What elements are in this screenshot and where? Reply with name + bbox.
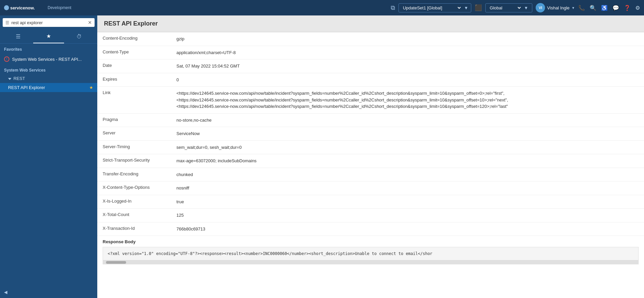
header-key: Date xyxy=(97,59,171,73)
table-row: Expires0 xyxy=(97,73,644,87)
logo[interactable]: servicenow. Development xyxy=(4,3,71,12)
header-key: Expires xyxy=(97,73,171,87)
header-key: X-Content-Type-Options xyxy=(97,181,171,195)
table-row: X-Transaction-Id766b80c69713 xyxy=(97,222,644,236)
sidebar-search-icon: ☰ xyxy=(5,20,9,25)
table-row: Server-Timingsem_wait;dur=0, sesh_wait;d… xyxy=(97,140,644,154)
monitor-icon[interactable]: ⬛ xyxy=(475,4,482,11)
sidebar-item-rest-api-explorer[interactable]: REST API Explorer ★ xyxy=(0,83,97,92)
user-name: Vishal Ingle xyxy=(547,5,570,10)
updateset-select[interactable]: UpdateSet1 [Global] xyxy=(401,5,462,11)
back-arrow-icon: ◀ xyxy=(4,290,7,295)
response-headers-table: Content-EncodinggzipContent-Typeapplicat… xyxy=(97,32,644,236)
sidebar-tabs: ☰ ★ ⏱ xyxy=(0,30,97,44)
table-row: Strict-Transport-Securitymax-age=6307200… xyxy=(97,154,644,168)
scrollbar-thumb[interactable] xyxy=(106,261,126,264)
clock-icon: ⏱ xyxy=(76,34,82,40)
header-value: gzip xyxy=(171,32,644,46)
response-body-code[interactable]: <?xml version="1.0" encoding="UTF-8"?><r… xyxy=(103,247,639,260)
header-value: 0 xyxy=(171,73,644,87)
content-area: REST API Explorer Content-EncodinggzipCo… xyxy=(97,15,644,298)
header-key: Link xyxy=(97,87,171,114)
system-web-services-label: System Web Services xyxy=(0,65,97,74)
table-row: Link<https://dev124645.service-now.com/a… xyxy=(97,87,644,114)
table-row: Pragmano-store,no-cache xyxy=(97,113,644,127)
table-row: Content-Encodinggzip xyxy=(97,32,644,46)
user-chevron-icon: ▼ xyxy=(572,6,575,10)
favorites-label: Favorites xyxy=(0,44,97,54)
table-row: X-Content-Type-Optionsnosniff xyxy=(97,181,644,195)
star-icon: ★ xyxy=(46,33,51,39)
response-body-section: Response Body <?xml version="1.0" encodi… xyxy=(97,236,644,268)
header-key: Content-Encoding xyxy=(97,32,171,46)
error-icon: ! xyxy=(4,56,9,62)
header-value: true xyxy=(171,195,644,209)
sidebar-item-favorites-rest[interactable]: ! System Web Services - REST API... xyxy=(0,54,97,65)
top-navigation: servicenow. Development ⧉ UpdateSet1 [Gl… xyxy=(0,0,644,15)
tab-favorites[interactable]: ★ xyxy=(33,30,64,43)
main-layout: ☰ ✕ ☰ ★ ⏱ Favorites ! System Web Service… xyxy=(0,15,644,298)
chat-icon[interactable]: 💬 xyxy=(612,5,619,11)
help-icon[interactable]: ❓ xyxy=(624,5,631,11)
favorite-star-icon[interactable]: ★ xyxy=(89,85,93,90)
table-row: X-Is-Logged-Intrue xyxy=(97,195,644,209)
tab-history[interactable]: ⏱ xyxy=(64,30,95,43)
header-value: Sat, 07 May 2022 15:04:52 GMT xyxy=(171,59,644,73)
page-title: REST API Explorer xyxy=(97,15,644,32)
table-row: Content-Typeapplication/xml;charset=UTF-… xyxy=(97,46,644,59)
header-value: no-store,no-cache xyxy=(171,113,644,127)
sidebar: ☰ ✕ ☰ ★ ⏱ Favorites ! System Web Service… xyxy=(0,15,97,298)
header-value: <https://dev124645.service-now.com/api/n… xyxy=(171,87,644,114)
table-row: ServerServiceNow xyxy=(97,127,644,141)
scope-chevron-icon: ▼ xyxy=(524,5,528,10)
horizontal-scrollbar[interactable] xyxy=(103,260,639,264)
header-value: max-age=63072000; includeSubDomains xyxy=(171,154,644,168)
updateset-dropdown[interactable]: UpdateSet1 [Global] ▼ xyxy=(398,3,471,12)
search-input[interactable] xyxy=(11,20,86,25)
response-body-text: <?xml version="1.0" encoding="UTF-8"?><r… xyxy=(108,251,432,256)
rest-label: REST xyxy=(13,76,25,81)
tab-list[interactable]: ☰ xyxy=(3,30,33,43)
header-value: 766b80c69713 xyxy=(171,222,644,236)
accessibility-icon[interactable]: ♿ xyxy=(601,5,608,11)
response-body-label: Response Body xyxy=(103,239,639,244)
sidebar-back-button[interactable]: ◀ xyxy=(0,286,97,298)
phone-icon[interactable]: 📞 xyxy=(578,5,585,11)
header-value: nosniff xyxy=(171,181,644,195)
settings-icon[interactable]: ⚙ xyxy=(635,5,640,11)
header-key: Content-Type xyxy=(97,46,171,59)
header-key: X-Transaction-Id xyxy=(97,222,171,236)
dev-label: Development xyxy=(48,5,71,10)
table-row: Transfer-Encodingchunked xyxy=(97,168,644,181)
content-body[interactable]: Content-EncodinggzipContent-Typeapplicat… xyxy=(97,32,644,298)
header-value: sem_wait;dur=0, sesh_wait;dur=0 xyxy=(171,140,644,154)
header-value: chunked xyxy=(171,168,644,181)
avatar: VI xyxy=(536,3,545,12)
header-key: X-Is-Logged-In xyxy=(97,195,171,209)
header-value: application/xml;charset=UTF-8 xyxy=(171,46,644,59)
header-key: Server-Timing xyxy=(97,140,171,154)
svg-point-0 xyxy=(4,5,9,10)
svg-text:servicenow.: servicenow. xyxy=(10,5,35,10)
close-icon[interactable]: ✕ xyxy=(88,20,92,25)
user-menu[interactable]: VI Vishal Ingle ▼ xyxy=(536,3,575,12)
scope-select[interactable]: Global xyxy=(488,5,522,11)
header-value: ServiceNow xyxy=(171,127,644,141)
sidebar-item-rest[interactable]: REST xyxy=(0,74,97,83)
triangle-down-icon xyxy=(8,76,11,81)
header-key: Strict-Transport-Security xyxy=(97,154,171,168)
search-icon[interactable]: 🔍 xyxy=(590,5,596,11)
scope-dropdown[interactable]: Global ▼ xyxy=(485,3,532,12)
sidebar-search-container[interactable]: ☰ ✕ xyxy=(3,18,95,27)
nav-icon-group: 📞 🔍 ♿ 💬 ❓ ⚙ xyxy=(578,5,640,11)
clipboard-icon[interactable]: ⧉ xyxy=(391,4,395,11)
favorites-item-label: System Web Services - REST API... xyxy=(12,57,82,62)
header-key: X-Total-Count xyxy=(97,209,171,222)
updateset-chevron-icon: ▼ xyxy=(464,5,468,10)
list-icon: ☰ xyxy=(16,33,20,40)
header-key: Server xyxy=(97,127,171,141)
table-row: DateSat, 07 May 2022 15:04:52 GMT xyxy=(97,59,644,73)
table-row: X-Total-Count125 xyxy=(97,209,644,222)
rest-api-explorer-label: REST API Explorer xyxy=(8,85,87,90)
header-key: Transfer-Encoding xyxy=(97,168,171,181)
